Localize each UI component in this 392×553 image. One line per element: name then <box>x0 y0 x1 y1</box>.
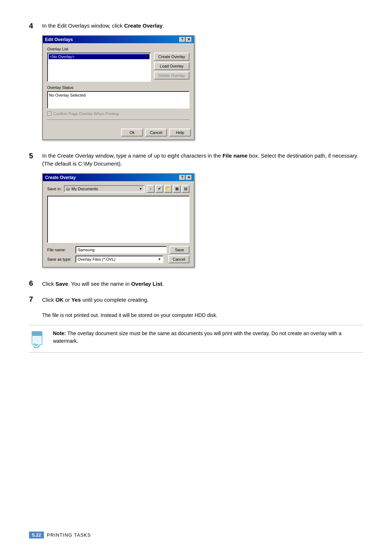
step-4-block: 4 In the Edit Overlays window, click Cre… <box>29 22 363 140</box>
toolbar-detail-icon[interactable]: ▤ <box>181 185 189 193</box>
create-overlay-button[interactable]: Create Overlay <box>154 53 189 61</box>
load-overlay-button[interactable]: Load Overlay <box>154 62 189 70</box>
svg-rect-1 <box>32 332 42 336</box>
step-4-text-after: . <box>163 23 164 29</box>
note-text: Note: The overlay document size must be … <box>53 330 363 345</box>
step-4-content: In the Edit Overlays window, click Creat… <box>42 22 363 140</box>
edit-overlays-dialog: Edit Overlays ? ✕ Overlay List <No Overl… <box>42 35 195 140</box>
step-7-before: Click <box>42 297 56 303</box>
edit-overlays-title: Edit Overlays <box>45 37 73 42</box>
step-6-mid: . You will see the name in <box>68 281 131 287</box>
confirm-checkbox[interactable] <box>47 111 52 116</box>
overlay-status-section: Overlay Status No Overlay Selected <box>47 85 189 109</box>
step-7-bold2: Yes <box>72 297 81 303</box>
toolbar-buttons: ↑ ✔ 📂 ▦ ▤ <box>147 185 189 193</box>
create-help-icon-button[interactable]: ? <box>179 175 185 180</box>
save-button[interactable]: Save <box>170 246 189 254</box>
create-overlay-title: Create Overlay <box>45 175 76 180</box>
save-as-type-dropdown[interactable]: Overlay Files (*.OVL) ▼ <box>75 256 163 263</box>
file-name-row: File name: Save <box>47 246 189 254</box>
dropdown-chevron-icon: ▼ <box>139 187 142 191</box>
create-close-icon-button[interactable]: ✕ <box>186 175 192 180</box>
close-icon-button[interactable]: ✕ <box>186 37 192 42</box>
step-4-text-bold: Create Overlay <box>124 23 163 29</box>
footer-badge: 5.22 <box>29 532 44 538</box>
file-name-label: File name: <box>47 248 73 252</box>
step-7-number: 7 <box>29 295 42 304</box>
overlay-button-group: Create Overlay Load Overlay Delete Overl… <box>154 53 189 82</box>
note-body: The overlay document size must be the sa… <box>53 330 342 344</box>
step-5-content: In the Create Overlay window, type a nam… <box>42 152 363 268</box>
overlay-status-box: No Overlay Selected <box>47 91 189 109</box>
create-overlay-dialog: Create Overlay ? ✕ Save in: 🗂 My Documen… <box>42 173 195 268</box>
step-6-bold1: Save <box>56 281 68 287</box>
overlay-list-box[interactable]: <No Overlay> <box>47 53 151 82</box>
step-6-block: 6 Click Save. You will see the name in O… <box>29 279 363 288</box>
create-cancel-button[interactable]: Cancel <box>168 255 189 263</box>
dialog-separator <box>47 119 189 120</box>
save-in-dropdown[interactable]: 🗂 My Documents ▼ <box>64 185 144 192</box>
step-4-text-before: In the Edit Overlays window, click <box>42 23 124 29</box>
step-7-block: 7 Click OK or Yes until you complete cre… <box>29 295 363 304</box>
folder-icon: 🗂 <box>66 187 70 191</box>
overlay-list-item[interactable]: <No Overlay> <box>49 54 150 59</box>
overlay-status-value: No Overlay Selected <box>49 93 188 97</box>
file-browse-area <box>47 196 189 243</box>
file-type-row: Save as type: Overlay Files (*.OVL) ▼ Ca… <box>47 255 189 263</box>
help-icon-button[interactable]: ? <box>179 37 185 42</box>
step-7-sub: The file is not printed out. Instead it … <box>42 312 363 320</box>
note-section: Note: The overlay document size must be … <box>29 325 363 353</box>
step-7-text: Click OK or Yes until you complete creat… <box>42 296 149 304</box>
step-7-mid: or <box>64 297 72 303</box>
footer-text: Printing Tasks <box>47 532 91 538</box>
note-icon <box>29 330 47 348</box>
page-footer: 5.22 Printing Tasks <box>29 532 91 538</box>
step-6-after: . <box>162 281 164 287</box>
create-overlay-body: Save in: 🗂 My Documents ▼ ↑ ✔ 📂 ▦ <box>43 181 194 267</box>
overlay-status-label: Overlay Status <box>47 85 189 90</box>
toolbar-up-icon[interactable]: ↑ <box>147 185 155 193</box>
step-7-after: until you complete creating. <box>81 297 149 303</box>
step-5-text: In the Create Overlay window, type a nam… <box>42 152 363 168</box>
save-as-type-arrow-icon: ▼ <box>158 257 161 261</box>
note-svg-icon <box>29 330 47 350</box>
step-5-text-bold: File name <box>222 153 248 159</box>
toolbar-list-icon[interactable]: ▦ <box>173 185 181 193</box>
confirm-checkbox-row: Confirm Page Overlay When Printing <box>47 111 189 116</box>
step-4-text: In the Edit Overlays window, click Creat… <box>42 22 363 30</box>
step-6-bold2: Overlay List <box>131 281 162 287</box>
step-4-number: 4 <box>29 22 42 30</box>
save-in-row: Save in: 🗂 My Documents ▼ ↑ ✔ 📂 ▦ <box>47 185 189 193</box>
cancel-button[interactable]: Cancel <box>145 129 167 137</box>
delete-overlay-button[interactable]: Delete Overlay <box>154 72 189 80</box>
step-7-bold1: OK <box>56 297 64 303</box>
edit-overlays-body: Overlay List <No Overlay> Create Overlay… <box>43 43 194 126</box>
ok-button[interactable]: Ok <box>121 129 143 137</box>
step-5-block: 5 In the Create Overlay window, type a n… <box>29 152 363 268</box>
file-name-input[interactable] <box>75 246 167 253</box>
save-as-type-value: Overlay Files (*.OVL) <box>78 257 115 261</box>
save-in-value: My Documents <box>72 187 98 191</box>
confirm-checkbox-label: Confirm Page Overlay When Printing <box>53 111 119 116</box>
save-in-label: Save in: <box>47 187 62 191</box>
note-prefix: Note: <box>53 330 66 336</box>
step-6-before: Click <box>42 281 56 287</box>
create-overlay-titlebar-buttons: ? ✕ <box>179 175 192 180</box>
create-overlay-titlebar: Create Overlay ? ✕ <box>43 174 194 181</box>
edit-overlays-titlebar: Edit Overlays ? ✕ <box>43 36 194 43</box>
overlay-list-area: <No Overlay> Create Overlay Load Overlay… <box>47 53 189 82</box>
step-5-number: 5 <box>29 152 42 160</box>
step-5-text-before: In the Create Overlay window, type a nam… <box>42 153 222 159</box>
step-6-number: 6 <box>29 279 42 288</box>
step-6-text: Click Save. You will see the name in Ove… <box>42 280 164 288</box>
toolbar-folder2-icon[interactable]: 📂 <box>164 185 172 193</box>
edit-overlays-footer: Ok Cancel Help <box>43 126 194 139</box>
toolbar-new-folder-icon[interactable]: ✔ <box>155 185 163 193</box>
save-as-type-label: Save as type: <box>47 257 73 261</box>
overlay-list-label: Overlay List <box>47 47 189 51</box>
help-button[interactable]: Help <box>169 129 191 137</box>
edit-overlays-titlebar-buttons: ? ✕ <box>179 37 192 42</box>
